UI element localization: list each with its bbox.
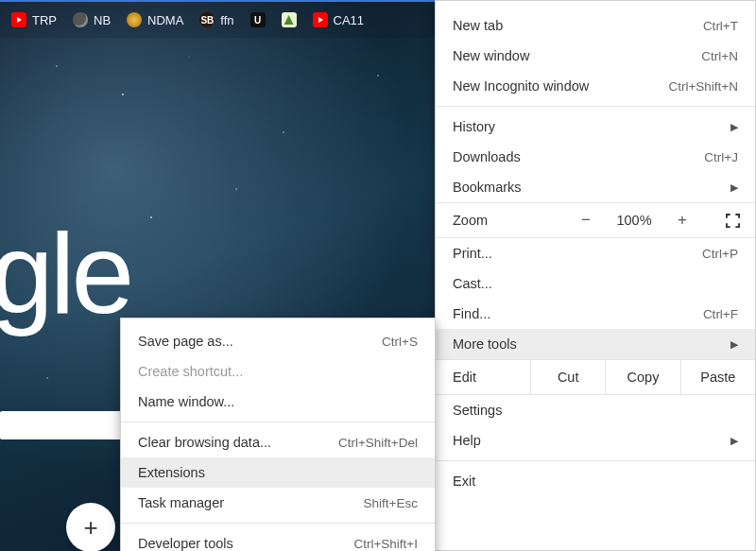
- bookmark-ndma[interactable]: NDMA: [119, 7, 191, 33]
- menu-item-find[interactable]: Find... Ctrl+F: [436, 299, 755, 329]
- u-icon: U: [250, 12, 266, 27]
- menu-item-help[interactable]: Help ▶: [436, 425, 755, 456]
- chevron-right-icon: ▶: [730, 121, 738, 133]
- menu-label: New window: [453, 48, 529, 63]
- menu-shortcut: Ctrl+J: [704, 150, 738, 164]
- menu-separator: [121, 523, 435, 524]
- menu-label: Downloads: [453, 149, 521, 164]
- bookmark-label: CA11: [334, 13, 365, 27]
- google-logo-fragment: gle: [0, 208, 130, 338]
- menu-item-print[interactable]: Print... Ctrl+P: [436, 238, 755, 268]
- menu-label: New tab: [453, 18, 503, 33]
- menu-item-new-incognito[interactable]: New Incognito window Ctrl+Shift+N: [436, 71, 755, 101]
- menu-item-bookmarks[interactable]: Bookmarks ▶: [436, 172, 755, 202]
- menu-shortcut: Ctrl+S: [382, 335, 418, 349]
- menu-label: Clear browsing data...: [138, 435, 271, 450]
- add-shortcut-button[interactable]: +: [66, 503, 115, 551]
- plus-icon: +: [83, 513, 97, 542]
- submenu-item-name-window[interactable]: Name window...: [121, 387, 435, 417]
- bookmark-label: TRP: [32, 13, 57, 27]
- menu-item-history[interactable]: History ▶: [436, 112, 755, 142]
- menu-separator: [436, 106, 755, 107]
- bookmark-label: ffn: [220, 13, 233, 27]
- menu-separator: [121, 422, 435, 422]
- menu-shortcut: Ctrl+Shift+I: [353, 537, 418, 551]
- menu-shortcut: Ctrl+N: [701, 49, 738, 63]
- menu-label: Create shortcut...: [138, 364, 243, 379]
- bookmark-label: NDMA: [147, 13, 183, 27]
- bookmark-green[interactable]: [274, 7, 304, 33]
- menu-label: New Incognito window: [453, 78, 589, 94]
- chevron-right-icon: ▶: [730, 181, 738, 194]
- menu-label: Bookmarks: [453, 180, 522, 195]
- menu-label: Extensions: [138, 465, 205, 480]
- edit-paste-button[interactable]: Paste: [680, 360, 755, 394]
- zoom-value: 100%: [611, 213, 657, 228]
- menu-label: Name window...: [138, 394, 234, 409]
- edit-label: Edit: [436, 370, 530, 385]
- submenu-item-clear-data[interactable]: Clear browsing data... Ctrl+Shift+Del: [121, 427, 435, 457]
- submenu-item-developer-tools[interactable]: Developer tools Ctrl+Shift+I: [121, 528, 435, 551]
- menu-label: More tools: [453, 336, 517, 352]
- chevron-right-icon: ▶: [730, 435, 738, 447]
- edit-copy-button[interactable]: Copy: [605, 360, 679, 394]
- zoom-in-button[interactable]: +: [672, 211, 693, 230]
- menu-item-exit[interactable]: Exit: [436, 466, 755, 496]
- menu-item-edit: Edit Cut Copy Paste: [436, 359, 755, 395]
- chevron-right-icon: ▶: [730, 338, 738, 351]
- menu-item-new-tab[interactable]: New tab Ctrl+T: [436, 10, 755, 41]
- menu-item-cast[interactable]: Cast...: [436, 268, 755, 299]
- menu-label: Save page as...: [138, 334, 233, 349]
- bookmark-ffn[interactable]: SB ffn: [192, 7, 241, 33]
- youtube-icon: [11, 12, 26, 27]
- menu-label: Task manager: [138, 495, 224, 510]
- menu-item-more-tools[interactable]: More tools ▶: [436, 329, 755, 359]
- menu-shortcut: Ctrl+T: [703, 19, 738, 33]
- edit-cut-button[interactable]: Cut: [530, 360, 605, 394]
- bookmark-nb[interactable]: NB: [65, 7, 118, 33]
- more-tools-submenu: Save page as... Ctrl+S Create shortcut..…: [120, 318, 436, 551]
- menu-item-new-window[interactable]: New window Ctrl+N: [436, 41, 755, 71]
- green-icon: [282, 12, 297, 27]
- chrome-main-menu: New tab Ctrl+T New window Ctrl+N New Inc…: [435, 0, 756, 551]
- menu-label: Exit: [453, 474, 475, 489]
- bookmark-ca11[interactable]: CA11: [305, 7, 372, 33]
- menu-item-zoom: Zoom − 100% +: [436, 202, 755, 238]
- submenu-item-extensions[interactable]: Extensions: [121, 457, 435, 488]
- bookmark-trp[interactable]: TRP: [4, 7, 64, 33]
- menu-label: Settings: [453, 403, 502, 418]
- menu-shortcut: Ctrl+F: [703, 307, 738, 321]
- menu-label: Find...: [453, 306, 490, 321]
- menu-shortcut: Shift+Esc: [364, 496, 418, 510]
- submenu-item-task-manager[interactable]: Task manager Shift+Esc: [121, 488, 435, 518]
- menu-label: History: [453, 119, 495, 134]
- submenu-item-create-shortcut: Create shortcut...: [121, 356, 435, 387]
- submenu-item-save-page[interactable]: Save page as... Ctrl+S: [121, 326, 435, 356]
- menu-label: Print...: [453, 246, 492, 261]
- globe-icon: [73, 12, 88, 27]
- menu-shortcut: Ctrl+Shift+Del: [338, 436, 418, 450]
- sb-icon: SB: [199, 12, 215, 27]
- zoom-label: Zoom: [453, 213, 488, 228]
- menu-separator: [436, 460, 755, 461]
- menu-label: Help: [453, 433, 481, 448]
- bookmark-u[interactable]: U: [243, 7, 273, 33]
- menu-shortcut: Ctrl+P: [702, 247, 738, 261]
- menu-item-settings[interactable]: Settings: [436, 395, 755, 425]
- fullscreen-button[interactable]: [721, 209, 744, 232]
- bookmark-label: NB: [94, 13, 111, 27]
- zoom-out-button[interactable]: −: [576, 211, 596, 230]
- youtube-icon: [313, 12, 328, 27]
- menu-item-downloads[interactable]: Downloads Ctrl+J: [436, 142, 755, 172]
- fullscreen-icon: [726, 214, 740, 228]
- gold-circle-icon: [127, 12, 142, 27]
- menu-label: Cast...: [453, 276, 492, 291]
- menu-label: Developer tools: [138, 536, 233, 551]
- menu-shortcut: Ctrl+Shift+N: [668, 79, 738, 94]
